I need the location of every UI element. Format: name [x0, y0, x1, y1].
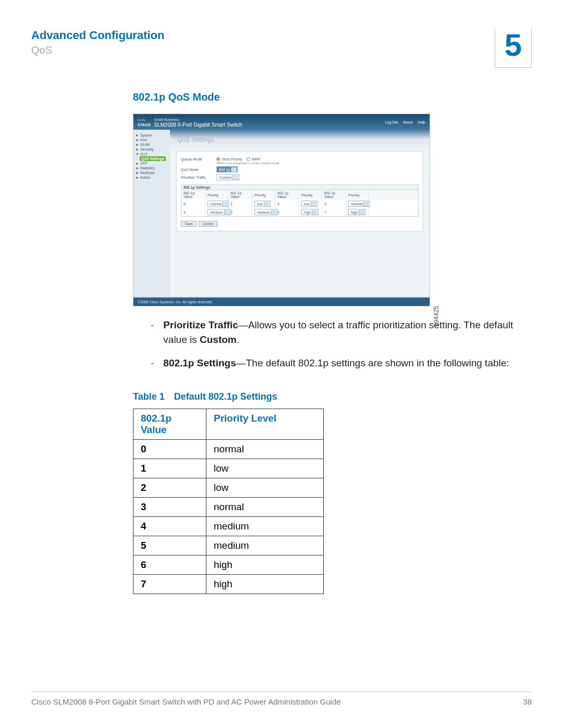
bullet-8021p-settings: 802.1p Settings—The default 802.1p setti…	[163, 356, 509, 371]
label-prioritize: Prioritize Traffic	[181, 176, 212, 179]
queue-mode-note: WRR is not supported in Jumbo Frame mode…	[216, 162, 419, 165]
radio-strict-priority[interactable]: Strict Priority	[216, 157, 242, 161]
select-prioritize[interactable]: Custom	[216, 174, 239, 180]
table-row: 7high	[133, 574, 324, 594]
bullet-prioritize-traffic: Prioritize Traffic—Allows you to select …	[163, 318, 532, 347]
panel-title: QoS Settings	[176, 134, 423, 146]
select-priority-0[interactable]: normal	[207, 201, 229, 207]
nav-port[interactable]: ► Port	[136, 138, 168, 142]
nav-qos[interactable]: ▼ QoS	[136, 152, 168, 156]
figure-id: 194425	[433, 306, 440, 327]
embedded-screenshot: ılıılı cisco Small Business SLM2008 8-Po…	[133, 114, 430, 306]
col-value: 802.1p Value	[181, 190, 205, 200]
nav-statistics[interactable]: ► Statistics	[136, 166, 168, 170]
select-priority-6[interactable]: high	[301, 209, 319, 215]
nav-multicast[interactable]: ► Multicast	[136, 170, 168, 175]
section-heading: 802.1p QoS Mode	[133, 91, 532, 103]
table-row: 1low	[133, 459, 324, 478]
page-header-subtitle: QoS	[31, 44, 164, 56]
col-priority: Priority	[205, 190, 228, 200]
link-about[interactable]: About	[403, 120, 412, 124]
chapter-number: 5	[505, 30, 522, 61]
table-row: 4medium	[133, 516, 324, 536]
select-priority-3[interactable]: normal	[348, 201, 370, 207]
sidebar-nav: ► System ► Port ► VLAN ► Security ▼ QoS …	[133, 130, 170, 297]
select-priority-2[interactable]: low	[301, 201, 317, 207]
table-cell: 0	[181, 200, 205, 208]
table-row: 6high	[133, 555, 324, 574]
settings-table: 802.1p Value Priority 802.1p Value Prior…	[181, 190, 419, 217]
footer-page-number: 38	[523, 697, 532, 706]
select-priority-4[interactable]: medium	[207, 209, 231, 215]
brand-small: Small Business	[154, 118, 179, 121]
select-priority-7[interactable]: high	[348, 209, 365, 215]
footer-doc-title: Cisco SLM2008 8-Port Gigabit Smart Switc…	[31, 697, 341, 706]
table-header-priority: Priority Level	[206, 409, 324, 439]
label-qos-mode: QoS Mode	[181, 168, 212, 171]
table-row: 0normal	[133, 439, 324, 459]
page-header-title: Advanced Configuration	[31, 29, 164, 42]
nav-qos-settings[interactable]: QoS Settings	[140, 156, 166, 161]
select-priority-5[interactable]: medium	[254, 209, 278, 215]
nav-security[interactable]: ► Security	[136, 147, 168, 152]
table-header-value: 802.1p Value	[133, 409, 206, 439]
select-qos-mode[interactable]: 802.1p	[216, 166, 238, 172]
link-help[interactable]: Help	[418, 120, 425, 124]
bullet-dash-icon: -	[151, 318, 154, 347]
nav-system[interactable]: ► System	[136, 133, 168, 138]
save-button[interactable]: Save	[181, 221, 197, 227]
label-queue-mode: Queue Mode	[181, 157, 212, 161]
nav-stp[interactable]: ► STP	[136, 161, 168, 166]
link-logout[interactable]: Log Out	[385, 120, 398, 124]
radio-wrr[interactable]: WRR	[247, 157, 261, 161]
table-row: 2low	[133, 478, 324, 497]
table-caption: Table 1Default 802.1p Settings	[133, 391, 532, 402]
screenshot-copyright: ©2009 Cisco Systems, Inc. All rights res…	[133, 298, 430, 306]
nav-vlan[interactable]: ► VLAN	[136, 142, 168, 147]
product-name: SLM2008 8-Port Gigabit Smart Switch	[154, 122, 242, 128]
select-priority-1[interactable]: low	[254, 201, 271, 207]
table-row: 3normal	[133, 497, 324, 516]
default-8021p-table: 802.1p Value Priority Level 0normal 1low…	[133, 409, 324, 594]
brand-cisco: cisco	[138, 122, 151, 127]
table-row: 5medium	[133, 536, 324, 555]
settings-subhead: 802.1p Settings	[181, 184, 419, 190]
cancel-button[interactable]: Cancel	[199, 221, 217, 227]
nav-admin[interactable]: ► Admin	[136, 175, 168, 180]
bullet-dash-icon: -	[151, 356, 154, 371]
